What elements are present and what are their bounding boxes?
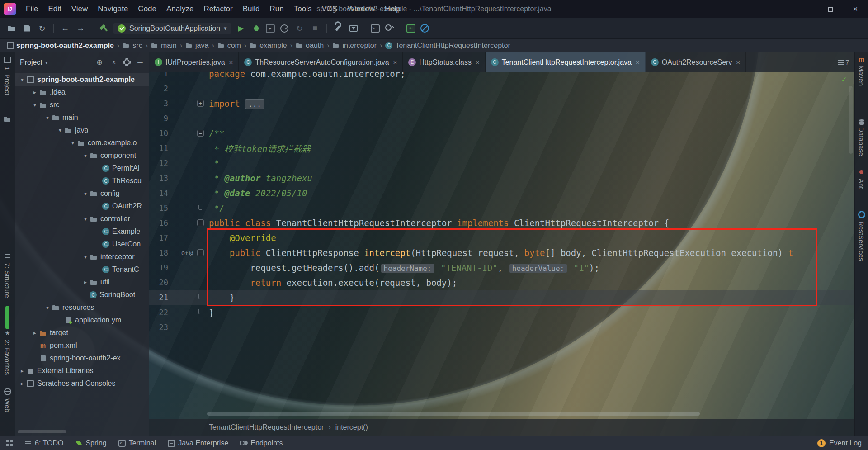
tool-button-restservices[interactable]: RestServices <box>855 211 868 261</box>
tree-item-target[interactable]: ▸target <box>15 327 149 339</box>
fold-minus-icon[interactable]: − <box>197 249 204 256</box>
tab-close-icon[interactable]: × <box>229 58 233 66</box>
breadcrumb-class[interactable]: TenantClientHttpRequestInterceptor <box>209 423 324 431</box>
tree-item-main[interactable]: ▾main <box>15 111 149 124</box>
inspections-ok-icon[interactable]: ✓ <box>842 75 846 84</box>
breadcrumb-example[interactable]: example <box>250 42 287 50</box>
stop-disabled-icon[interactable]: ■ <box>309 23 321 34</box>
code-line-18[interactable]: 18o↑@− public ClientHttpResponse interce… <box>149 245 854 260</box>
tool-button-web[interactable]: Web <box>0 388 15 412</box>
tree-item-application-ym[interactable]: application.ym <box>15 314 149 327</box>
tree-item-external-libraries[interactable]: ▸External Libraries <box>15 365 149 377</box>
code-line-22[interactable]: 22} <box>149 305 854 320</box>
code-line-20[interactable]: 20 return execution.execute(request, bod… <box>149 275 854 290</box>
menu-edit[interactable]: Edit <box>43 0 66 18</box>
sync-icon[interactable]: ↻ <box>36 23 48 34</box>
tree-item-interceptor[interactable]: ▾interceptor <box>15 251 149 263</box>
chevron-down-icon[interactable]: ▾ <box>81 254 90 260</box>
code-line-15[interactable]: 15 */ <box>149 200 854 215</box>
chevron-right-icon[interactable]: ▸ <box>31 330 39 336</box>
tool-button-ant[interactable]: Ant <box>855 168 868 189</box>
tree-item-oauth2r[interactable]: COAuth2R <box>15 200 149 213</box>
tree-item-tenantc[interactable]: CTenantC <box>15 263 149 276</box>
tab-httpstatus-class[interactable]: EHttpStatus.class× <box>403 52 485 72</box>
menu-refactor[interactable]: Refactor <box>198 0 237 18</box>
chevron-down-icon[interactable]: ▾ <box>69 140 77 146</box>
tab-close-icon[interactable]: × <box>736 58 740 66</box>
tree-item-component[interactable]: ▾component <box>15 149 149 162</box>
tree-item-com-example-o[interactable]: ▾com.example.o <box>15 137 149 149</box>
tool-button-1-project[interactable]: 1: Project <box>0 56 15 95</box>
tree-item-example[interactable]: CExample <box>15 225 149 238</box>
menu-tools[interactable]: Tools <box>289 0 317 18</box>
open-folder-icon[interactable] <box>5 23 17 34</box>
status-terminal[interactable]: Terminal <box>118 439 156 447</box>
power-save-icon[interactable] <box>419 23 431 34</box>
editor[interactable]: 1package com.example.oauth.interceptor;2… <box>149 72 854 419</box>
run-config-selector[interactable]: SoringBootOauthApplication ▾ <box>113 23 231 34</box>
chevron-down-icon[interactable]: ▾ <box>43 114 52 121</box>
gear-icon[interactable] <box>123 58 131 66</box>
code-line-10[interactable]: 10−/** <box>149 126 854 141</box>
tree-item-controller[interactable]: ▾controller <box>15 213 149 225</box>
code-line-3[interactable]: 3+import ... <box>149 96 854 111</box>
fold-plus-icon[interactable]: + <box>197 100 204 107</box>
override-marker-icon[interactable]: o↑ <box>181 249 188 256</box>
fold-minus-icon[interactable]: − <box>197 130 204 137</box>
tool-button-2-favorites[interactable]: 2: Favorites <box>0 329 15 375</box>
tree-item-spring-boot-oauth2-ex[interactable]: spring-boot-oauth2-ex <box>15 352 149 365</box>
breadcrumb-com[interactable]: com <box>217 42 241 50</box>
tab-iurlproperties-java[interactable]: IIUrlProperties.java× <box>149 52 239 72</box>
tab-oauth2resourceserv[interactable]: COAuth2ResourceServ× <box>646 52 746 72</box>
chevron-right-icon[interactable]: ▸ <box>18 380 26 387</box>
folder-icon[interactable] <box>4 117 11 122</box>
chevron-right-icon[interactable]: ▸ <box>81 279 90 285</box>
tree-item-util[interactable]: ▸util <box>15 276 149 289</box>
tree-item-idea[interactable]: ▸.idea <box>15 86 149 99</box>
chevron-right-icon[interactable]: ▸ <box>18 368 26 374</box>
menu-file[interactable]: File <box>21 0 43 18</box>
tree-item-thresou[interactable]: CThResou <box>15 175 149 187</box>
project-view-selector[interactable]: Project ▾ <box>20 58 48 66</box>
breadcrumb-oauth[interactable]: oauth <box>296 42 324 50</box>
breadcrumb-java[interactable]: java <box>185 42 208 50</box>
breadcrumb-tenantclienthttprequestinterceptor[interactable]: CTenantClientHttpRequestInterceptor <box>385 42 510 50</box>
terminal-icon[interactable] <box>371 24 380 33</box>
horizontal-scrollbar[interactable] <box>207 412 700 416</box>
code-line-1[interactable]: 1package com.example.oauth.interceptor; <box>149 72 854 81</box>
code-line-12[interactable]: 12 * <box>149 156 854 171</box>
tree-item-soringboot[interactable]: CSoringBoot <box>15 289 149 301</box>
tree-item-src[interactable]: ▾src <box>15 99 149 111</box>
breadcrumb-spring-boot-oauth2-example[interactable]: spring-boot-oauth2-example <box>6 42 114 50</box>
tab-close-icon[interactable]: × <box>636 58 640 66</box>
menu-window[interactable]: Window <box>342 0 379 18</box>
tab-close-icon[interactable]: × <box>393 58 397 66</box>
tree-item-spring-boot-oauth2-example[interactable]: ▾spring-boot-oauth2-example <box>15 73 149 86</box>
profiler-icon[interactable] <box>278 23 290 34</box>
tool-button-maven[interactable]: Maven <box>855 55 868 86</box>
tree-item-pom-xml[interactable]: mpom.xml <box>15 339 149 352</box>
back-icon[interactable]: ← <box>59 23 71 34</box>
tab-tenantclienthttprequestinterceptor-java[interactable]: CTenantClientHttpRequestInterceptor.java… <box>486 52 646 72</box>
menu-navigate[interactable]: Navigate <box>93 0 133 18</box>
hide-panel-icon[interactable]: ─ <box>136 58 144 66</box>
code-line-16[interactable]: 16−public class TenantClientHttpRequestI… <box>149 215 854 230</box>
run-icon[interactable]: ▶ <box>235 23 247 34</box>
fold-minus-icon[interactable]: − <box>197 219 204 226</box>
breadcrumb-interceptor[interactable]: interceptor <box>332 42 377 50</box>
chevron-down-icon[interactable]: ▾ <box>81 152 90 159</box>
menu-help[interactable]: Help <box>380 0 406 18</box>
code-line-21[interactable]: 21 } <box>149 290 854 305</box>
forward-icon[interactable]: → <box>75 23 86 34</box>
menu-analyze[interactable]: Analyze <box>161 0 198 18</box>
fold-end-icon[interactable] <box>198 205 202 210</box>
chevron-down-icon[interactable]: ▾ <box>56 127 64 133</box>
code-line-19[interactable]: 19 request.getHeaders().add(headerName: … <box>149 260 854 275</box>
fold-end-icon[interactable] <box>198 294 202 299</box>
status-spring[interactable]: Spring <box>75 439 106 447</box>
status-6-todo[interactable]: 6: TODO <box>24 439 63 447</box>
locate-file-icon[interactable]: ⊕ <box>95 58 104 66</box>
vertical-scrollbar[interactable] <box>849 86 853 154</box>
menu-code[interactable]: Code <box>133 0 161 18</box>
code-line-23[interactable]: 23 <box>149 320 854 335</box>
